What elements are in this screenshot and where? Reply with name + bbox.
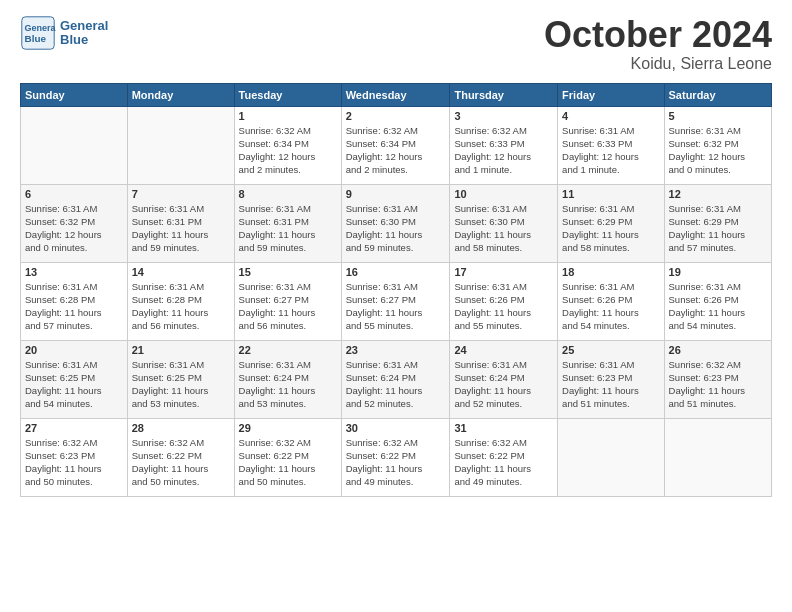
calendar-cell: 21Sunrise: 6:31 AM Sunset: 6:25 PM Dayli…: [127, 340, 234, 418]
calendar-cell: 29Sunrise: 6:32 AM Sunset: 6:22 PM Dayli…: [234, 418, 341, 496]
calendar-cell: 2Sunrise: 6:32 AM Sunset: 6:34 PM Daylig…: [341, 106, 450, 184]
day-number: 25: [562, 344, 659, 356]
calendar-cell: 22Sunrise: 6:31 AM Sunset: 6:24 PM Dayli…: [234, 340, 341, 418]
svg-text:Blue: Blue: [25, 33, 47, 44]
calendar-cell: 26Sunrise: 6:32 AM Sunset: 6:23 PM Dayli…: [664, 340, 771, 418]
day-info: Sunrise: 6:31 AM Sunset: 6:32 PM Dayligh…: [669, 124, 767, 177]
day-of-week-header: Saturday: [664, 83, 771, 106]
header: General Blue General Blue October 2024 K…: [20, 15, 772, 73]
title-area: October 2024 Koidu, Sierra Leone: [544, 15, 772, 73]
day-info: Sunrise: 6:31 AM Sunset: 6:28 PM Dayligh…: [25, 280, 123, 333]
calendar-cell: 7Sunrise: 6:31 AM Sunset: 6:31 PM Daylig…: [127, 184, 234, 262]
calendar-cell: 4Sunrise: 6:31 AM Sunset: 6:33 PM Daylig…: [558, 106, 664, 184]
calendar-cell: 23Sunrise: 6:31 AM Sunset: 6:24 PM Dayli…: [341, 340, 450, 418]
day-info: Sunrise: 6:31 AM Sunset: 6:33 PM Dayligh…: [562, 124, 659, 177]
day-number: 7: [132, 188, 230, 200]
calendar-week-row: 27Sunrise: 6:32 AM Sunset: 6:23 PM Dayli…: [21, 418, 772, 496]
calendar-cell: 13Sunrise: 6:31 AM Sunset: 6:28 PM Dayli…: [21, 262, 128, 340]
calendar-cell: [664, 418, 771, 496]
logo-icon: General Blue: [20, 15, 56, 51]
logo-blue: Blue: [60, 33, 108, 47]
day-of-week-header: Sunday: [21, 83, 128, 106]
day-number: 14: [132, 266, 230, 278]
day-number: 13: [25, 266, 123, 278]
day-number: 19: [669, 266, 767, 278]
day-info: Sunrise: 6:31 AM Sunset: 6:27 PM Dayligh…: [346, 280, 446, 333]
day-number: 17: [454, 266, 553, 278]
logo: General Blue General Blue: [20, 15, 108, 51]
day-number: 5: [669, 110, 767, 122]
day-info: Sunrise: 6:32 AM Sunset: 6:34 PM Dayligh…: [346, 124, 446, 177]
calendar-cell: 14Sunrise: 6:31 AM Sunset: 6:28 PM Dayli…: [127, 262, 234, 340]
calendar-cell: [127, 106, 234, 184]
day-number: 3: [454, 110, 553, 122]
day-of-week-header: Thursday: [450, 83, 558, 106]
day-number: 20: [25, 344, 123, 356]
calendar-week-row: 6Sunrise: 6:31 AM Sunset: 6:32 PM Daylig…: [21, 184, 772, 262]
day-info: Sunrise: 6:31 AM Sunset: 6:24 PM Dayligh…: [346, 358, 446, 411]
calendar-cell: 24Sunrise: 6:31 AM Sunset: 6:24 PM Dayli…: [450, 340, 558, 418]
calendar-cell: 18Sunrise: 6:31 AM Sunset: 6:26 PM Dayli…: [558, 262, 664, 340]
day-number: 26: [669, 344, 767, 356]
day-number: 16: [346, 266, 446, 278]
day-of-week-header: Friday: [558, 83, 664, 106]
month-title: October 2024: [544, 15, 772, 55]
day-info: Sunrise: 6:32 AM Sunset: 6:34 PM Dayligh…: [239, 124, 337, 177]
day-number: 18: [562, 266, 659, 278]
day-number: 29: [239, 422, 337, 434]
day-info: Sunrise: 6:31 AM Sunset: 6:25 PM Dayligh…: [132, 358, 230, 411]
calendar-week-row: 1Sunrise: 6:32 AM Sunset: 6:34 PM Daylig…: [21, 106, 772, 184]
calendar-week-row: 13Sunrise: 6:31 AM Sunset: 6:28 PM Dayli…: [21, 262, 772, 340]
day-info: Sunrise: 6:32 AM Sunset: 6:23 PM Dayligh…: [25, 436, 123, 489]
day-of-week-header: Wednesday: [341, 83, 450, 106]
day-info: Sunrise: 6:32 AM Sunset: 6:22 PM Dayligh…: [239, 436, 337, 489]
day-info: Sunrise: 6:31 AM Sunset: 6:26 PM Dayligh…: [454, 280, 553, 333]
day-number: 11: [562, 188, 659, 200]
calendar-cell: 31Sunrise: 6:32 AM Sunset: 6:22 PM Dayli…: [450, 418, 558, 496]
calendar-cell: 1Sunrise: 6:32 AM Sunset: 6:34 PM Daylig…: [234, 106, 341, 184]
calendar-cell: 6Sunrise: 6:31 AM Sunset: 6:32 PM Daylig…: [21, 184, 128, 262]
calendar-cell: 11Sunrise: 6:31 AM Sunset: 6:29 PM Dayli…: [558, 184, 664, 262]
calendar-cell: 20Sunrise: 6:31 AM Sunset: 6:25 PM Dayli…: [21, 340, 128, 418]
day-info: Sunrise: 6:31 AM Sunset: 6:31 PM Dayligh…: [132, 202, 230, 255]
calendar-cell: 8Sunrise: 6:31 AM Sunset: 6:31 PM Daylig…: [234, 184, 341, 262]
day-info: Sunrise: 6:31 AM Sunset: 6:27 PM Dayligh…: [239, 280, 337, 333]
calendar-cell: [558, 418, 664, 496]
day-number: 27: [25, 422, 123, 434]
day-number: 30: [346, 422, 446, 434]
day-info: Sunrise: 6:32 AM Sunset: 6:22 PM Dayligh…: [346, 436, 446, 489]
day-of-week-header: Monday: [127, 83, 234, 106]
day-info: Sunrise: 6:31 AM Sunset: 6:32 PM Dayligh…: [25, 202, 123, 255]
page: General Blue General Blue October 2024 K…: [0, 0, 792, 612]
day-number: 31: [454, 422, 553, 434]
day-info: Sunrise: 6:31 AM Sunset: 6:26 PM Dayligh…: [669, 280, 767, 333]
day-info: Sunrise: 6:32 AM Sunset: 6:33 PM Dayligh…: [454, 124, 553, 177]
calendar-cell: 25Sunrise: 6:31 AM Sunset: 6:23 PM Dayli…: [558, 340, 664, 418]
day-number: 2: [346, 110, 446, 122]
day-info: Sunrise: 6:31 AM Sunset: 6:30 PM Dayligh…: [454, 202, 553, 255]
calendar-cell: 28Sunrise: 6:32 AM Sunset: 6:22 PM Dayli…: [127, 418, 234, 496]
day-number: 9: [346, 188, 446, 200]
calendar-cell: 5Sunrise: 6:31 AM Sunset: 6:32 PM Daylig…: [664, 106, 771, 184]
svg-text:General: General: [25, 23, 57, 33]
calendar-cell: 9Sunrise: 6:31 AM Sunset: 6:30 PM Daylig…: [341, 184, 450, 262]
day-info: Sunrise: 6:31 AM Sunset: 6:31 PM Dayligh…: [239, 202, 337, 255]
day-info: Sunrise: 6:31 AM Sunset: 6:29 PM Dayligh…: [669, 202, 767, 255]
calendar-cell: 30Sunrise: 6:32 AM Sunset: 6:22 PM Dayli…: [341, 418, 450, 496]
day-number: 15: [239, 266, 337, 278]
logo-general: General: [60, 19, 108, 33]
day-info: Sunrise: 6:31 AM Sunset: 6:24 PM Dayligh…: [454, 358, 553, 411]
day-info: Sunrise: 6:31 AM Sunset: 6:29 PM Dayligh…: [562, 202, 659, 255]
calendar-table: SundayMondayTuesdayWednesdayThursdayFrid…: [20, 83, 772, 497]
calendar-cell: 15Sunrise: 6:31 AM Sunset: 6:27 PM Dayli…: [234, 262, 341, 340]
day-number: 24: [454, 344, 553, 356]
calendar-cell: 3Sunrise: 6:32 AM Sunset: 6:33 PM Daylig…: [450, 106, 558, 184]
calendar-cell: 19Sunrise: 6:31 AM Sunset: 6:26 PM Dayli…: [664, 262, 771, 340]
day-info: Sunrise: 6:31 AM Sunset: 6:28 PM Dayligh…: [132, 280, 230, 333]
day-number: 28: [132, 422, 230, 434]
day-number: 12: [669, 188, 767, 200]
day-number: 23: [346, 344, 446, 356]
day-number: 1: [239, 110, 337, 122]
location: Koidu, Sierra Leone: [544, 55, 772, 73]
day-info: Sunrise: 6:31 AM Sunset: 6:25 PM Dayligh…: [25, 358, 123, 411]
